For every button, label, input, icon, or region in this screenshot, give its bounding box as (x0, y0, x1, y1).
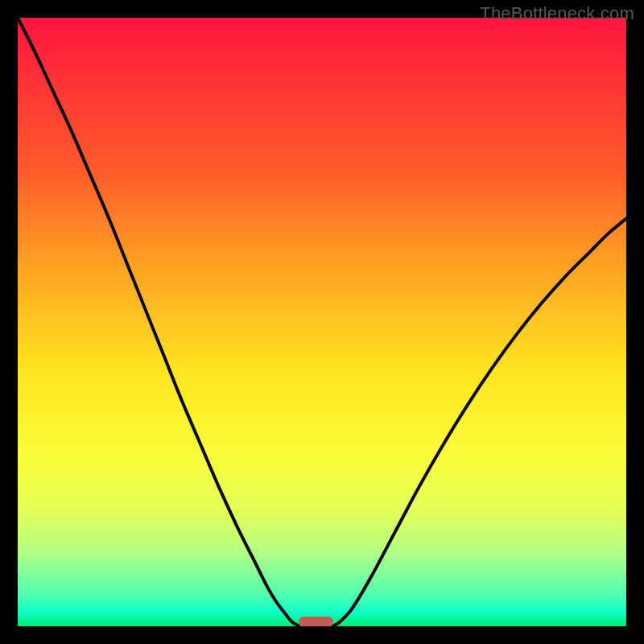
outer-frame: TheBottleneck.com (0, 0, 644, 644)
watermark-text: TheBottleneck.com (480, 3, 634, 24)
curve-layer (18, 18, 626, 626)
left-curve (18, 18, 299, 626)
right-curve (333, 218, 626, 626)
plot-area (18, 18, 626, 626)
bottleneck-marker (299, 617, 332, 626)
